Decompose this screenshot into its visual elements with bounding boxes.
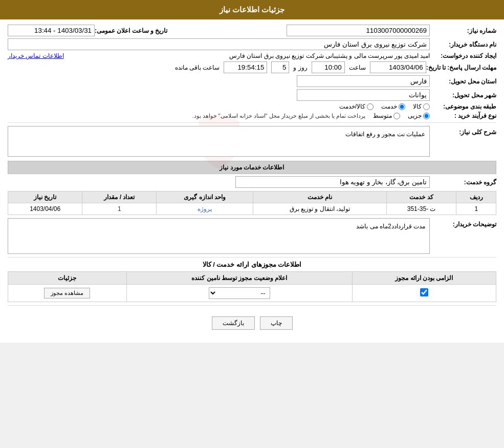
city-row: شهر محل تحویل:: [8, 89, 496, 101]
city-input[interactable]: [297, 89, 430, 101]
services-table-header-row: ردیف کد خدمت نام خدمت واحد اندازه گیری ت…: [8, 191, 496, 203]
purchase-jozyi-label: جزیی: [408, 112, 422, 119]
license-section-title: اطلاعات مجوزهای ارائه خدمت / کالا: [203, 261, 302, 268]
buyer-org-input[interactable]: [8, 38, 430, 50]
buyer-org-label: نام دستگاه خریدار:: [430, 41, 496, 48]
col-license-details: جزئیات: [8, 272, 127, 285]
category-kala-radio[interactable]: [423, 103, 430, 110]
purchase-type-row: نوع فرآیند خرید : جزیی متوسط پرداخت تمام…: [8, 112, 496, 119]
buyer-desc-row: توضیحات خریدار: مدت قراردادد2ماه می باشد: [8, 218, 496, 254]
general-desc-label: شرح کلی نیاز:: [430, 129, 496, 136]
contact-link[interactable]: اطلاعات تماس خریدار: [8, 52, 64, 59]
view-license-button[interactable]: مشاهده مجوز: [44, 288, 90, 298]
deadline-countdown-input[interactable]: [224, 61, 267, 73]
deadline-time-input[interactable]: [312, 61, 345, 73]
buyer-desc-container: مدت قراردادد2ماه می باشد: [8, 218, 430, 254]
need-number-input[interactable]: [287, 25, 430, 36]
need-number-value-container: [178, 25, 430, 36]
purchase-jozyi-radio[interactable]: [423, 113, 430, 119]
general-desc-value: عملیات نت مجور و رفع اتفاقات: [10, 129, 427, 140]
col-unit: واحد اندازه گیری: [157, 191, 253, 203]
cell-service-name: تولید، انتقال و توزیع برق: [253, 203, 386, 215]
cell-license-status: --: [126, 285, 352, 302]
category-kala-khedmat-radio[interactable]: [367, 103, 374, 110]
cell-unit: پروژه: [157, 203, 253, 215]
buyer-desc-textarea[interactable]: مدت قراردادد2ماه می باشد: [8, 218, 430, 254]
deadline-days-label: روز و: [293, 64, 307, 71]
need-number-label: شماره نیاز:: [430, 27, 496, 34]
province-label: استان محل تحویل:: [430, 78, 496, 85]
category-radio-group: کالا خدمت کالا/خدمت: [8, 103, 430, 110]
category-khedmat-item: خدمت: [381, 103, 405, 110]
services-section-title: اطلاعات خدمات مورد نیاز: [8, 161, 496, 174]
announce-date-value-container: [8, 25, 95, 36]
deadline-label: مهلت ارسال پاسخ: تا تاریخ:: [426, 64, 496, 71]
back-button[interactable]: بازگشت: [212, 316, 255, 330]
creator-label: ایجاد کننده درخواست:: [430, 52, 496, 59]
service-group-input[interactable]: [235, 176, 430, 188]
purchase-type-notice: پرداخت تمام یا بخشی از مبلغ خریدار محل "…: [192, 113, 365, 119]
license-table-row: -- مشاهده مجوز: [8, 285, 496, 302]
col-need-date: تاریخ نیاز: [8, 191, 82, 203]
province-value-container: [8, 75, 430, 87]
license-section-title-area: اطلاعات مجوزهای ارائه خدمت / کالا: [8, 261, 496, 268]
announce-date-label: تاریخ و ساعت اعلان عمومی:: [95, 27, 167, 34]
license-table: الزامی بودن ارائه مجوز اعلام وضعیت مجوز …: [8, 271, 496, 302]
page-wrapper: جزئیات اطلاعات نیاز شماره نیاز: تاریخ و …: [0, 0, 504, 343]
purchase-type-radio-group: جزیی متوسط پرداخت تمام یا بخشی از مبلغ خ…: [8, 112, 430, 119]
service-group-label: گروه خدمت:: [430, 179, 496, 186]
bottom-buttons-area: چاپ بازگشت: [8, 309, 496, 337]
cell-license-details: مشاهده مجوز: [8, 285, 127, 302]
license-status-select[interactable]: --: [209, 287, 270, 299]
category-kala-item: کالا: [413, 103, 430, 110]
service-group-row: گروه خدمت:: [8, 176, 496, 188]
page-header: جزئیات اطلاعات نیاز: [0, 0, 504, 19]
general-desc-textarea[interactable]: عملیات نت مجور و رفع اتفاقات: [8, 126, 430, 157]
col-license-required: الزامی بودن ارائه مجوز: [352, 272, 496, 285]
divider-3: [8, 305, 496, 306]
deadline-countdown-label: ساعت باقی مانده: [175, 64, 220, 71]
creator-value: امید امیدی پور سرپرست مالی و پشتیبانی شر…: [67, 52, 430, 59]
need-number-row: شماره نیاز: تاریخ و ساعت اعلان عمومی:: [8, 25, 496, 36]
deadline-row: مهلت ارسال پاسخ: تا تاریخ: ساعت روز و سا…: [8, 61, 496, 73]
print-button[interactable]: چاپ: [260, 316, 293, 330]
creator-row: ایجاد کننده درخواست: امید امیدی پور سرپر…: [8, 52, 496, 59]
deadline-value-container: ساعت روز و ساعت باقی مانده: [8, 61, 426, 73]
category-kala-khedmat-label: کالا/خدمت: [339, 103, 365, 110]
category-kala-khedmat-item: کالا/خدمت: [339, 103, 374, 110]
city-label: شهر محل تحویل:: [430, 92, 496, 99]
col-quantity: تعداد / مقدار: [82, 191, 157, 203]
services-table: ردیف کد خدمت نام خدمت واحد اندازه گیری ت…: [8, 191, 496, 215]
buyer-org-row: نام دستگاه خریدار:: [8, 38, 496, 50]
col-service-name: نام خدمت: [253, 191, 386, 203]
buyer-desc-value: مدت قراردادد2ماه می باشد: [10, 221, 427, 232]
purchase-type-container: جزیی متوسط پرداخت تمام یا بخشی از مبلغ خ…: [8, 112, 430, 119]
buyer-org-value-container: [8, 38, 430, 50]
page-title: جزئیات اطلاعات نیاز: [220, 5, 284, 14]
announce-date-input[interactable]: [8, 25, 95, 36]
buyer-desc-label: توضیحات خریدار:: [430, 221, 496, 228]
creator-value-container: امید امیدی پور سرپرست مالی و پشتیبانی شر…: [8, 52, 430, 59]
province-row: استان محل تحویل:: [8, 75, 496, 87]
cell-row-num: 1: [456, 203, 496, 215]
city-value-container: [8, 89, 430, 101]
deadline-date-input[interactable]: [370, 61, 426, 73]
cell-license-required: [352, 285, 496, 302]
col-service-code: کد خدمت: [386, 191, 456, 203]
category-row: طبقه بندی موضوعی: کالا خدمت کالا/خدمت: [8, 103, 496, 110]
purchase-mutavasset-radio[interactable]: [393, 113, 400, 119]
col-license-status: اعلام وضعیت مجوز توسط نامین کننده: [126, 272, 352, 285]
general-desc-row: شرح کلی نیاز: عملیات نت مجور و رفع اتفاق…: [8, 126, 496, 157]
deadline-days-input[interactable]: [271, 61, 289, 73]
divider-1: [8, 122, 496, 123]
purchase-type-label: نوع فرآیند خرید :: [430, 112, 496, 119]
divider-2: [8, 257, 496, 258]
category-kala-label: کالا: [413, 103, 422, 110]
purchase-mutavasset-item: متوسط: [373, 112, 400, 119]
purchase-mutavasset-label: متوسط: [373, 112, 392, 119]
deadline-time-label: ساعت: [349, 64, 366, 71]
category-khedmat-radio[interactable]: [399, 103, 405, 110]
province-input[interactable]: [297, 75, 430, 87]
service-group-value-container: [8, 176, 430, 188]
license-required-checkbox[interactable]: [420, 288, 428, 296]
